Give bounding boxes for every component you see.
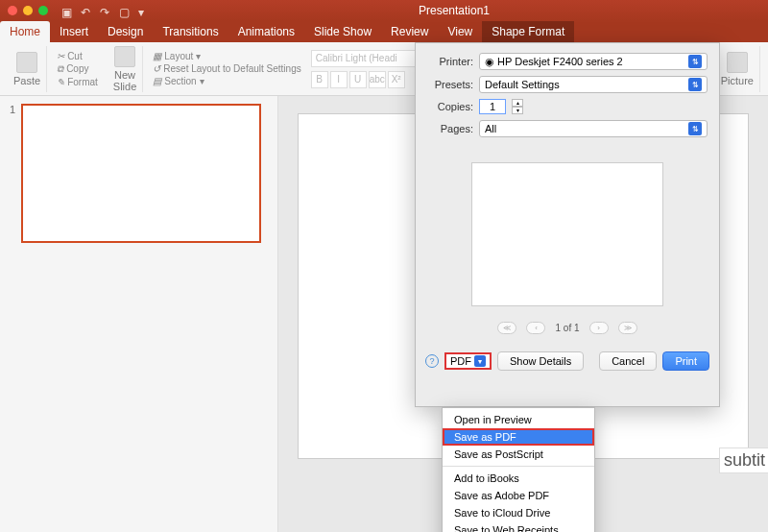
minimize-window-icon[interactable]: [23, 6, 33, 15]
printer-select[interactable]: ◉ HP Deskjet F2400 series 2 ⇅: [479, 53, 708, 70]
layout-button[interactable]: ▦Layout ▾: [153, 51, 300, 61]
copy-button[interactable]: ⧉Copy: [57, 63, 98, 75]
page-nav: ≪ ‹ 1 of 1 › ≫: [427, 322, 708, 334]
scissors-icon: ✂: [57, 51, 64, 61]
underline-button[interactable]: U: [349, 71, 367, 88]
tab-slideshow[interactable]: Slide Show: [304, 21, 381, 42]
thumb-row: 1: [10, 104, 268, 243]
italic-button[interactable]: I: [330, 71, 348, 88]
presets-value: Default Settings: [485, 79, 560, 90]
last-page-button[interactable]: ≫: [618, 322, 637, 334]
show-details-button[interactable]: Show Details: [497, 351, 584, 371]
clipboard-actions: ✂Cut ⧉Copy ✎Format: [57, 51, 98, 87]
menu-save-to-web-receipts[interactable]: Save to Web Receipts: [443, 521, 594, 532]
layout-icon: ▦: [153, 51, 161, 61]
pages-label: Pages:: [427, 123, 473, 134]
thumb-number: 1: [10, 104, 15, 243]
ribbon-tabs: Home Insert Design Transitions Animation…: [0, 21, 768, 42]
picture-group: Picture: [715, 46, 760, 92]
slide-thumbnail-1[interactable]: [21, 104, 261, 243]
menu-save-as-pdf[interactable]: Save as PDF: [443, 428, 594, 446]
save-icon[interactable]: ▣: [61, 6, 71, 15]
tab-transitions[interactable]: Transitions: [153, 21, 228, 42]
copies-label: Copies:: [427, 101, 473, 112]
prev-page-button[interactable]: ‹: [526, 322, 545, 334]
presets-select[interactable]: Default Settings ⇅: [479, 76, 708, 93]
qat-dropdown-icon[interactable]: ▾: [138, 6, 148, 15]
menu-save-as-postscript[interactable]: Save as PostScript: [443, 446, 594, 463]
paste-group: Paste: [8, 46, 47, 92]
printer-label: Printer:: [427, 56, 473, 67]
new-file-icon[interactable]: ▢: [119, 6, 129, 15]
print-preview: [471, 162, 663, 306]
new-slide-label: New Slide: [113, 69, 136, 92]
super-sub-button[interactable]: X²: [388, 71, 405, 88]
subtitle-placeholder-fragment[interactable]: subtit: [719, 447, 768, 473]
menu-save-as-adobe-pdf[interactable]: Save as Adobe PDF: [443, 487, 594, 504]
copies-stepper[interactable]: ▴▾: [512, 99, 523, 114]
page-indicator: 1 of 1: [555, 323, 579, 333]
brush-icon: ✎: [57, 77, 64, 87]
tab-home[interactable]: Home: [0, 21, 50, 42]
slide-thumbnails-pane[interactable]: 1: [0, 96, 278, 532]
section-icon: ▤: [153, 76, 161, 86]
pages-value: All: [485, 123, 496, 134]
print-button[interactable]: Print: [662, 351, 709, 371]
traffic-lights: [8, 6, 48, 15]
zoom-window-icon[interactable]: [38, 6, 48, 15]
printer-status-icon: ◉: [485, 56, 494, 68]
tab-animations[interactable]: Animations: [228, 21, 304, 42]
newslide-group: New Slide: [108, 46, 143, 92]
tab-shape-format[interactable]: Shape Format: [482, 21, 574, 42]
pdf-dropdown-button[interactable]: PDF ▾: [444, 352, 492, 370]
copies-input[interactable]: [479, 99, 506, 114]
chevron-updown-icon: ⇅: [688, 78, 702, 91]
format-painter-button[interactable]: ✎Format: [57, 77, 98, 87]
tab-review[interactable]: Review: [381, 21, 438, 42]
pages-select[interactable]: All ⇅: [479, 120, 708, 137]
tab-design[interactable]: Design: [98, 21, 153, 42]
quick-access-toolbar: ▣ ↶ ↷ ▢ ▾: [61, 6, 148, 15]
print-dialog: Printer: ◉ HP Deskjet F2400 series 2 ⇅ P…: [415, 42, 720, 407]
print-dialog-footer: ? PDF ▾ Show Details Cancel Print: [416, 344, 719, 378]
next-page-button[interactable]: ›: [589, 322, 609, 334]
menu-add-to-ibooks[interactable]: Add to iBooks: [443, 470, 594, 487]
printer-value: HP Deskjet F2400 series 2: [497, 56, 623, 67]
paste-icon[interactable]: [16, 52, 37, 73]
menu-open-in-preview[interactable]: Open in Preview: [443, 411, 594, 428]
presets-label: Presets:: [427, 79, 473, 90]
redo-icon[interactable]: ↷: [100, 6, 109, 15]
pdf-menu: Open in Preview Save as PDF Save as Post…: [442, 407, 595, 532]
window-titlebar: ▣ ↶ ↷ ▢ ▾ Presentation1: [0, 0, 768, 21]
cancel-button[interactable]: Cancel: [599, 351, 657, 371]
bold-button[interactable]: B: [311, 71, 328, 88]
tab-insert[interactable]: Insert: [50, 21, 98, 42]
strike-button[interactable]: abc: [369, 71, 386, 88]
undo-icon[interactable]: ↶: [81, 6, 90, 15]
cut-button[interactable]: ✂Cut: [57, 51, 98, 61]
pdf-label: PDF: [450, 355, 471, 367]
copy-icon: ⧉: [57, 63, 63, 75]
close-window-icon[interactable]: [8, 6, 17, 15]
stepper-down-icon[interactable]: ▾: [512, 107, 523, 114]
paste-label: Paste: [13, 75, 40, 86]
document-title: Presentation1: [148, 4, 760, 17]
section-button[interactable]: ▤Section ▾: [153, 76, 300, 86]
help-icon[interactable]: ?: [425, 354, 439, 368]
tab-view[interactable]: View: [438, 21, 482, 42]
menu-separator: [443, 466, 594, 467]
chevron-updown-icon: ⇅: [688, 122, 702, 135]
chevron-updown-icon: ⇅: [688, 55, 702, 68]
new-slide-icon[interactable]: [114, 46, 135, 67]
first-page-button[interactable]: ≪: [497, 322, 516, 334]
picture-label: Picture: [721, 75, 754, 86]
menu-save-to-icloud[interactable]: Save to iCloud Drive: [443, 504, 594, 521]
stepper-up-icon[interactable]: ▴: [512, 99, 523, 107]
slide-actions: ▦Layout ▾ ↺Reset Layout to Default Setti…: [153, 51, 300, 86]
picture-icon[interactable]: [727, 52, 748, 73]
reset-layout-button[interactable]: ↺Reset Layout to Default Settings: [153, 63, 300, 74]
chevron-down-icon: ▾: [474, 355, 486, 367]
reset-icon: ↺: [153, 63, 160, 74]
